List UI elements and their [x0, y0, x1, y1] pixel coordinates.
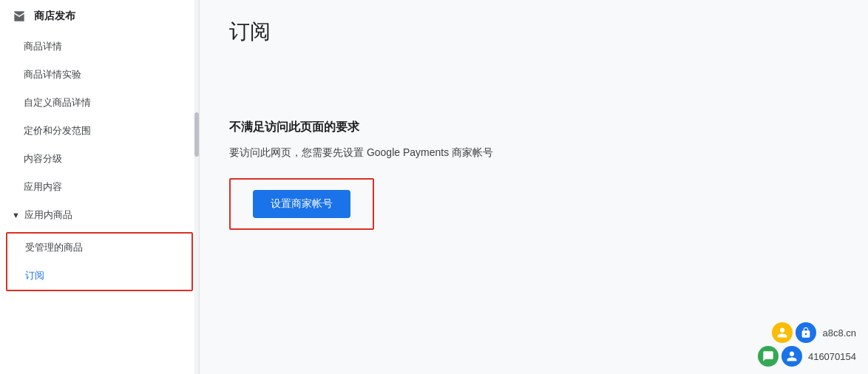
- requirement-title: 不满足访问此页面的要求: [229, 120, 673, 135]
- watermark-site: a8c8.cn: [822, 327, 856, 339]
- sidebar: 商店发布 商品详情 商品详情实验 自定义商品详情 定价和分发范围 内容分级 应用…: [0, 0, 200, 374]
- sidebar-item-product-details-lab[interactable]: 商品详情实验: [0, 61, 199, 89]
- page-title: 订阅: [229, 18, 838, 46]
- sidebar-item-pricing-range[interactable]: 定价和分发范围: [0, 117, 199, 145]
- page-wrapper: 商店发布 商品详情 商品详情实验 自定义商品详情 定价和分发范围 内容分级 应用…: [0, 0, 868, 374]
- sidebar-item-subscriptions[interactable]: 订阅: [7, 262, 191, 290]
- sidebar-in-app-section[interactable]: ▼ 应用内商品: [0, 201, 199, 229]
- user-icon: [776, 327, 788, 339]
- sidebar-section-title: 商店发布: [34, 10, 75, 23]
- scrollbar-thumb[interactable]: [194, 112, 199, 157]
- watermark-area: a8c8.cn 416070154: [758, 322, 856, 367]
- chat-icon: [762, 350, 774, 362]
- main-content: 订阅 不满足访问此页面的要求 要访问此网页，您需要先设置 Google Paym…: [200, 0, 868, 374]
- avatar-group-top: a8c8.cn: [772, 322, 856, 343]
- sidebar-item-product-details[interactable]: 商品详情: [0, 33, 199, 61]
- highlighted-group: 受管理的商品 订阅: [6, 232, 193, 291]
- avatar-yellow: [772, 322, 793, 343]
- scrollbar-track: [194, 0, 199, 374]
- avatar-blue: [796, 322, 816, 343]
- sidebar-item-managed-products[interactable]: 受管理的商品: [7, 234, 191, 262]
- avatar-blue-2: [781, 346, 802, 367]
- sidebar-section-header[interactable]: 商店发布: [0, 0, 199, 33]
- chevron-down-icon: ▼: [12, 211, 20, 220]
- content-area: 商店发布 商品详情 商品详情实验 自定义商品详情 定价和分发范围 内容分级 应用…: [0, 0, 868, 374]
- watermark-contact: 416070154: [808, 351, 856, 362]
- requirement-desc: 要访问此网页，您需要先设置 Google Payments 商家帐号: [229, 144, 673, 160]
- setup-merchant-button[interactable]: 设置商家帐号: [253, 190, 350, 218]
- sidebar-item-custom-product[interactable]: 自定义商品详情: [0, 89, 199, 117]
- store-icon: [12, 9, 27, 24]
- avatar-group-bottom: 416070154: [758, 346, 856, 367]
- setup-button-container: 设置商家帐号: [229, 178, 374, 230]
- sidebar-item-content-rating[interactable]: 内容分级: [0, 145, 199, 173]
- requirement-card: 不满足访问此页面的要求 要访问此网页，您需要先设置 Google Payment…: [229, 105, 673, 245]
- user-icon-2: [786, 350, 798, 362]
- lock-icon: [800, 327, 812, 339]
- sidebar-item-app-content[interactable]: 应用内容: [0, 173, 199, 201]
- avatar-green: [758, 346, 779, 367]
